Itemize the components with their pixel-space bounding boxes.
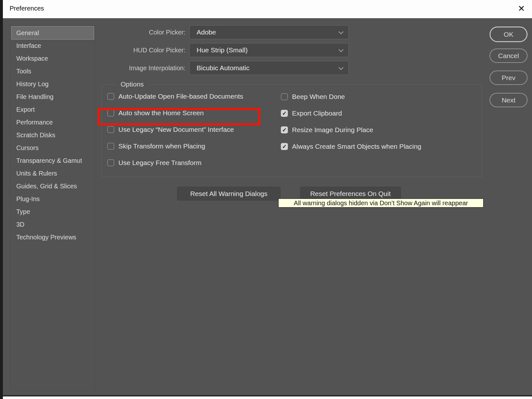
color-picker-value: Adobe [197,26,216,39]
checkbox-row-auto-update-open-file-based-documents: Auto-Update Open File-based Documents [107,92,243,101]
hud-color-picker-label: HUD Color Picker: [71,43,185,57]
sidebar-item-label: Export [16,106,35,113]
options-right-column: Beep When Done ✓ Export Clipboard ✓ Resi… [281,92,421,151]
sidebar-item-label: Tools [16,68,31,75]
checkbox-label: Skip Transform when Placing [118,142,205,150]
chevron-down-icon [339,65,344,70]
sidebar-item-label: Cursors [16,144,39,151]
checkbox[interactable] [107,159,114,166]
image-interpolation-label: Image Interpolation: [71,61,185,75]
sidebar-item-performance[interactable]: Performance [11,116,94,129]
checkbox-label: Auto show the Home Screen [118,109,204,117]
reset-all-warning-dialogs-button[interactable]: Reset All Warning Dialogs [176,186,281,201]
image-interpolation-value: Bicubic Automatic [197,61,250,75]
checkbox[interactable] [107,93,114,100]
sidebar-item-label: Transparency & Gamut [16,157,82,164]
sidebar-item-label: History Log [16,80,49,87]
sidebar-item-type[interactable]: Type [11,205,94,218]
checkbox-label: Resize Image During Place [292,126,373,134]
checkbox[interactable]: ✓ [281,126,288,133]
sidebar-item-plug-ins[interactable]: Plug-Ins [11,192,94,205]
cancel-button[interactable]: Cancel [490,49,528,63]
sidebar-item-units-rulers[interactable]: Units & Rulers [11,167,94,180]
checkbox-label: Use Legacy Free Transform [118,159,201,167]
checkbox[interactable] [107,143,114,150]
checkbox-label: Use Legacy “New Document” Interface [118,126,234,133]
sidebar-list: General Interface Workspace Tools Histor… [11,26,94,244]
sidebar-item-file-handling[interactable]: File Handling [11,90,94,103]
next-button[interactable]: Next [490,93,528,107]
checkbox-label: Export Clipboard [292,109,342,117]
sidebar-item-label: General [16,29,39,36]
sidebar-item-label: Scratch Disks [16,132,55,139]
sidebar-item-label: Type [16,208,30,215]
sidebar-item-export[interactable]: Export [11,103,94,116]
options-group-label: Options [117,80,147,88]
window-title: Preferences [10,5,44,12]
sidebar-item-label: Units & Rulers [16,170,57,177]
sidebar-item-label: 3D [16,221,25,228]
sidebar-item-label: Workspace [16,55,48,62]
checkbox[interactable] [107,109,114,117]
sidebar-item-history-log[interactable]: History Log [11,78,94,90]
tooltip: All warning dialogs hidden via Don’t Sho… [278,199,483,207]
sidebar-item-technology-previews[interactable]: Technology Previews [11,231,94,244]
checkbox-row-use-legacy-free-transform: Use Legacy Free Transform [107,158,243,168]
close-icon[interactable]: ✕ [518,3,525,14]
dialog-body: General Interface Workspace Tools Histor… [3,18,532,396]
sidebar-item-label: Performance [16,119,53,126]
checkbox[interactable] [107,126,114,133]
sidebar-item-label: File Handling [16,93,54,100]
checkbox-row-use-legacy-new-document-interface: Use Legacy “New Document” Interface [107,125,243,134]
hud-color-picker-select[interactable]: Hue Strip (Small) [189,43,349,57]
sidebar-item-label: Interface [16,42,41,49]
sidebar-item-label: Guides, Grid & Slices [16,183,77,190]
checkbox[interactable] [281,93,288,100]
checkbox-label: Always Create Smart Objects when Placing [292,143,421,150]
sidebar: General Interface Workspace Tools Histor… [11,26,95,390]
hud-color-picker-value: Hue Strip (Small) [197,43,248,57]
checkbox-row-export-clipboard: ✓ Export Clipboard [281,109,421,118]
window-edge-strip [0,0,3,399]
titlebar: Preferences ✕ [3,0,532,18]
checkbox[interactable]: ✓ [281,143,288,150]
options-left-column: Auto-Update Open File-based Documents Au… [107,92,243,168]
chevron-down-icon [339,29,344,34]
checkbox-row-auto-show-the-home-screen: Auto show the Home Screen [107,108,243,118]
color-picker-label: Color Picker: [71,25,185,39]
sidebar-item-scratch-disks[interactable]: Scratch Disks [11,129,94,141]
sidebar-item-label: Technology Previews [16,234,76,241]
image-interpolation-select[interactable]: Bicubic Automatic [189,61,349,75]
checkbox-row-skip-transform-when-placing: Skip Transform when Placing [107,141,243,151]
checkbox-label: Auto-Update Open File-based Documents [118,93,243,100]
sidebar-item-cursors[interactable]: Cursors [11,141,94,154]
ok-button[interactable]: OK [490,26,528,42]
options-group: Options Auto-Update Open File-based Docu… [101,85,482,177]
color-picker-select[interactable]: Adobe [189,25,349,39]
sidebar-item-guides-grid-slices[interactable]: Guides, Grid & Slices [11,180,94,192]
sidebar-item-label: Plug-Ins [16,195,40,202]
checkbox-row-resize-image-during-place: ✓ Resize Image During Place [281,125,421,135]
prev-button[interactable]: Prev [490,71,528,85]
chevron-down-icon [339,47,344,52]
preferences-window: Preferences ✕ General Interface Workspac… [0,0,532,399]
checkbox-row-always-create-smart-objects-when-placing: ✓ Always Create Smart Objects when Placi… [281,142,421,151]
sidebar-item-transparency-gamut[interactable]: Transparency & Gamut [11,154,94,167]
checkbox-label: Beep When Done [292,93,345,101]
sidebar-item-3d[interactable]: 3D [11,218,94,231]
checkbox-row-beep-when-done: Beep When Done [281,92,421,102]
checkbox[interactable]: ✓ [281,110,288,117]
